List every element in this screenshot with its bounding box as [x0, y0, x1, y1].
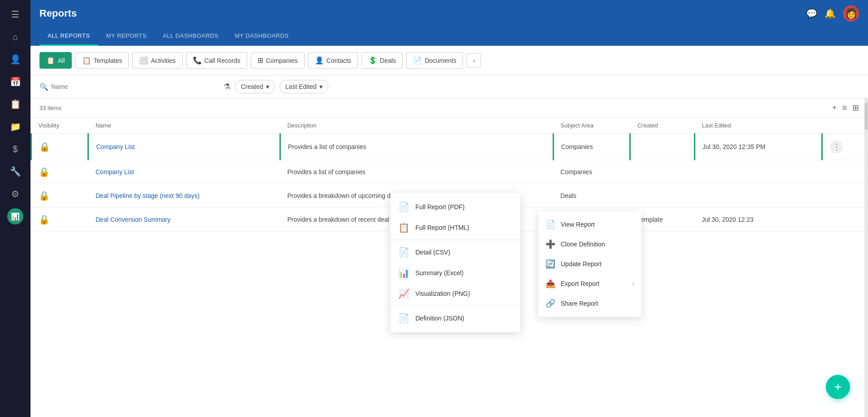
filter-icon[interactable]: ⚗: [223, 82, 231, 92]
last-edited-label: Last Edited: [285, 83, 317, 90]
cell-name: Company List: [88, 134, 280, 160]
sidebar-item-contacts[interactable]: 👤: [5, 49, 25, 69]
cell-name: Deal Pipeline by stage (next 90 days): [88, 184, 280, 208]
sidebar-item-menu[interactable]: ☰: [5, 4, 25, 24]
documents-icon: 📄: [413, 56, 422, 65]
sidebar-item-home[interactable]: ⌂: [5, 27, 25, 47]
category-deals[interactable]: 💲 Deals: [362, 52, 403, 69]
sidebar-item-tasks[interactable]: 📋: [5, 94, 25, 114]
cell-created: [630, 134, 695, 160]
export-icon: 📤: [545, 279, 555, 289]
sort-icon[interactable]: ≡: [842, 103, 847, 113]
sidebar-item-reports[interactable]: 📊: [5, 206, 25, 226]
category-companies[interactable]: ⊞ Companies: [251, 52, 305, 69]
menu-icon: ☰: [11, 9, 19, 20]
category-templates-label: Templates: [94, 57, 122, 64]
cell-action: [822, 160, 868, 184]
update-report-label: Update Report: [561, 260, 602, 268]
context-clone-definition[interactable]: ➕ Clone Definition: [538, 234, 641, 254]
export-full-html[interactable]: 📋 Full Report (HTML): [390, 217, 520, 238]
gear-icon: ⚙: [11, 189, 19, 199]
export-summary-excel-label: Summary (Excel): [415, 269, 463, 277]
fab-icon: +: [834, 380, 842, 394]
chat-icon[interactable]: 💬: [806, 8, 817, 19]
report-name-link[interactable]: Company List: [96, 168, 134, 176]
cell-action: [822, 184, 868, 208]
report-name-link[interactable]: Deal Pipeline by stage (next 90 days): [96, 192, 200, 199]
sidebar-item-calendar[interactable]: 📅: [5, 72, 25, 92]
png-icon: 📈: [398, 288, 409, 299]
sidebar-item-settings[interactable]: ⚙: [5, 184, 25, 204]
category-documents-label: Documents: [425, 57, 457, 64]
scrollbar[interactable]: [864, 98, 868, 417]
tab-all-reports[interactable]: ALL REPORTS: [39, 27, 98, 46]
view-icon[interactable]: ⊞: [852, 103, 859, 113]
share-report-inner: 🔗 Share Report: [545, 298, 598, 308]
export-report-inner: 📤 Export Report: [545, 279, 599, 289]
page-title: Reports: [39, 8, 77, 19]
context-export-report[interactable]: 📤 Export Report ›: [538, 274, 641, 294]
pdf-icon: 📄: [398, 202, 409, 212]
tab-all-dashboards[interactable]: ALL DASHBOARDS: [155, 27, 227, 46]
category-contacts-label: Contacts: [327, 57, 351, 64]
last-edited-filter[interactable]: Last Edited ▾: [279, 80, 328, 93]
tab-navigation: ALL REPORTS MY REPORTS ALL DASHBOARDS MY…: [31, 27, 868, 46]
cell-created: [630, 160, 695, 184]
export-summary-excel[interactable]: 📊 Summary (Excel): [390, 263, 520, 283]
avatar[interactable]: 👩: [843, 5, 859, 22]
calendar-icon: 📅: [10, 76, 21, 87]
report-name-link[interactable]: Deal Conversion Summary: [96, 216, 170, 223]
bell-icon[interactable]: 🔔: [824, 8, 836, 19]
table-header-bar: 33 items + ≡ ⊞: [31, 98, 868, 118]
contacts-icon: 👤: [315, 56, 324, 65]
context-update-report[interactable]: 🔄 Update Report: [538, 254, 641, 274]
context-share-report[interactable]: 🔗 Share Report: [538, 294, 641, 313]
home-icon: ⌂: [13, 32, 18, 42]
export-definition-json[interactable]: 📄 Definition (JSON): [390, 308, 520, 329]
update-icon: 🔄: [545, 259, 555, 269]
report-name-link[interactable]: Company List: [96, 143, 135, 150]
chart-icon: 📊: [7, 208, 23, 224]
fab-button[interactable]: +: [826, 375, 850, 399]
csv-icon: 📄: [398, 247, 409, 258]
category-templates[interactable]: 📋 Templates: [75, 52, 129, 69]
sidebar-item-files[interactable]: 📁: [5, 117, 25, 136]
category-call-records[interactable]: 📞 Call Records: [186, 52, 247, 69]
export-full-pdf[interactable]: 📄 Full Report (PDF): [390, 197, 520, 217]
category-contacts[interactable]: 👤 Contacts: [308, 52, 358, 69]
category-deals-label: Deals: [380, 57, 396, 64]
category-all[interactable]: 📋 All: [39, 52, 72, 69]
tab-my-reports[interactable]: MY REPORTS: [98, 27, 154, 46]
companies-icon: ⊞: [257, 56, 263, 65]
col-description: Description: [280, 118, 553, 134]
category-documents[interactable]: 📄 Documents: [406, 52, 463, 69]
cell-visibility: 🔒: [31, 160, 88, 184]
tab-my-dashboards[interactable]: MY DASHBOARDS: [227, 27, 297, 46]
lock-icon: 🔒: [39, 215, 50, 224]
table-row: 🔒Company ListProvides a list of companie…: [31, 134, 868, 160]
category-more-button[interactable]: ›: [467, 53, 481, 68]
export-detail-csv[interactable]: 📄 Detail (CSV): [390, 242, 520, 263]
sidebar-item-tools[interactable]: 🔧: [5, 162, 25, 181]
context-menu: 📄 View Report ➕ Clone Definition 🔄 Updat…: [538, 211, 641, 317]
row-menu-button[interactable]: ⋮: [830, 140, 843, 154]
add-icon[interactable]: +: [832, 103, 837, 113]
clone-definition-label: Clone Definition: [561, 241, 605, 248]
export-definition-json-label: Definition (JSON): [415, 315, 464, 322]
excel-icon: 📊: [398, 268, 409, 278]
category-activities[interactable]: ⬜ Activities: [132, 52, 182, 69]
context-view-report[interactable]: 📄 View Report: [538, 215, 641, 234]
folder-icon: 📁: [10, 121, 21, 132]
search-icon: 🔍: [39, 83, 48, 91]
export-detail-csv-label: Detail (CSV): [415, 249, 450, 256]
export-visualization-png[interactable]: 📈 Visualization (PNG): [390, 283, 520, 304]
lock-icon: 🔒: [39, 191, 50, 201]
export-full-pdf-label: Full Report (PDF): [415, 203, 465, 211]
scrollbar-thumb: [864, 103, 868, 130]
cell-name: Company List: [88, 160, 280, 184]
sidebar-item-finance[interactable]: $: [5, 139, 25, 159]
search-input[interactable]: [51, 83, 219, 90]
created-filter[interactable]: Created ▾: [235, 80, 275, 93]
cell-description: Provides a list of companies: [280, 134, 553, 160]
cell-created: [630, 184, 695, 208]
